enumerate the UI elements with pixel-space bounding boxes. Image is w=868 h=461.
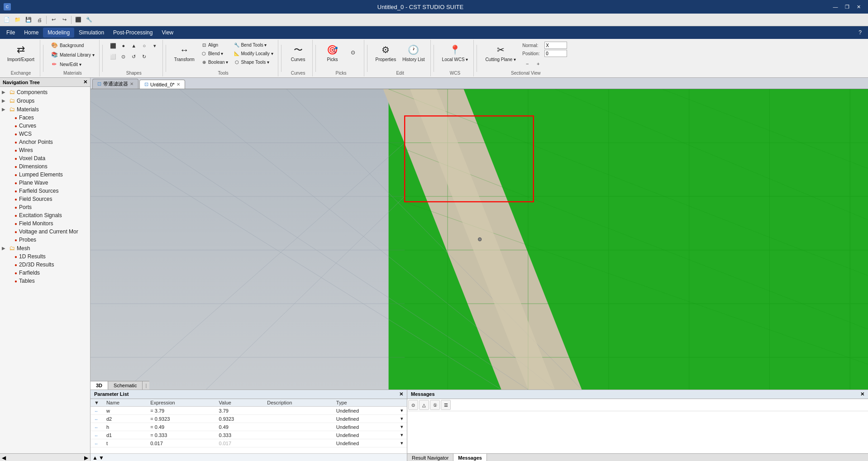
menu-modeling[interactable]: Modeling	[43, 28, 74, 38]
vp-tab-schematic[interactable]: Schematic	[108, 381, 143, 390]
nav-item-wires[interactable]: ● Wires	[0, 146, 90, 154]
row-action-t[interactable]: ▾	[397, 439, 407, 447]
param-row-h[interactable]: ↔ h = 0.49 0.49 Undefined ▾	[91, 423, 407, 431]
new-btn[interactable]: 📄	[2, 15, 12, 25]
extra-btn-1[interactable]: ⬛	[73, 15, 83, 25]
nav-item-1dresults[interactable]: ● 1D Results	[0, 252, 90, 261]
cutting-plane-btn[interactable]: ✂ Cutting Plane ▾	[482, 41, 519, 64]
shape-tools-btn[interactable]: ⬡ Shape Tools ▾	[232, 58, 275, 66]
transform-btn[interactable]: ↔ Transform	[172, 41, 197, 64]
nav-close-icon[interactable]: ✕	[83, 79, 87, 85]
menu-home[interactable]: Home	[19, 28, 43, 38]
param-row-t[interactable]: ↔ t 0.017 0.017 Undefined ▾	[91, 439, 407, 447]
menu-postprocessing[interactable]: Post-Processing	[109, 28, 157, 38]
msg-btn-1[interactable]: ⊙	[408, 400, 418, 410]
nav-item-tables[interactable]: ● Tables	[0, 277, 90, 285]
param-scroll-down[interactable]: ▼	[99, 455, 104, 461]
boolean-btn[interactable]: ⊕ Boolean ▾	[199, 58, 230, 66]
picks-btn[interactable]: 🎯 Picks	[321, 41, 344, 64]
nav-item-farfield[interactable]: ● Farfield Sources	[0, 187, 90, 195]
nav-item-dimensions[interactable]: ● Dimensions	[0, 162, 90, 171]
properties-btn[interactable]: ⚙ Properties	[373, 41, 399, 64]
nav-item-2dresults[interactable]: ● 2D/3D Results	[0, 261, 90, 269]
minimize-btn[interactable]: —	[830, 2, 841, 11]
nav-item-farfields[interactable]: ● Farfields	[0, 269, 90, 277]
shape-extra2-btn[interactable]: ⊙	[119, 52, 129, 62]
scroll-left[interactable]: ◀	[2, 455, 6, 461]
normal-input[interactable]	[544, 42, 567, 49]
tab-close-untitled0[interactable]: ✕	[176, 82, 180, 87]
tab-bandpass[interactable]: ⊡ 带通滤波器 ✕	[92, 79, 138, 89]
nav-item-wcs[interactable]: ● WCS	[0, 130, 90, 138]
nav-item-planewave[interactable]: ● Plane Wave	[0, 179, 90, 187]
param-row-w[interactable]: ↔ w = 3.79 3.79 Undefined ▾	[91, 407, 407, 415]
nav-item-curves[interactable]: ● Curves	[0, 122, 90, 130]
scroll-right[interactable]: ▶	[84, 455, 88, 461]
shape-more-btn[interactable]: ▾	[150, 41, 160, 51]
material-library-btn[interactable]: 📚 Material Library ▾	[49, 50, 96, 59]
background-btn[interactable]: 🎨 Background	[49, 41, 96, 50]
tab-untitled0[interactable]: ⊡ Untitled_0* ✕	[139, 80, 185, 89]
menu-help-icon[interactable]: ?	[854, 28, 866, 38]
viewport[interactable]: Z Y X 3D Schematic |	[91, 89, 868, 390]
menu-simulation[interactable]: Simulation	[74, 28, 109, 38]
nav-item-voxel[interactable]: ● Voxel Data	[0, 154, 90, 162]
shape-cube-btn[interactable]: ⬛	[108, 41, 118, 51]
open-btn[interactable]: 📁	[13, 15, 23, 25]
sectional-plus-btn[interactable]: +	[533, 59, 543, 69]
maximize-btn[interactable]: ❐	[842, 2, 853, 11]
align-btn[interactable]: ⊡ Align	[199, 41, 230, 49]
nav-item-mesh[interactable]: ▶ 🗂 Mesh	[0, 244, 90, 252]
param-list-close[interactable]: ✕	[399, 391, 403, 397]
modify-locally-btn[interactable]: 📐 Modify Locally ▾	[232, 49, 275, 57]
shape-extra4-btn[interactable]: ↻	[139, 52, 149, 62]
msg-btn-2[interactable]: △	[419, 400, 429, 410]
title-bar-controls[interactable]: — ❐ ✕	[830, 2, 864, 11]
redo-btn[interactable]: ↪	[59, 15, 69, 25]
shape-extra1-btn[interactable]: ⬜	[108, 52, 118, 62]
nav-item-groups[interactable]: ▶ 🗂 Groups	[0, 96, 90, 105]
sectional-minus-btn[interactable]: −	[522, 59, 532, 69]
nav-item-probes[interactable]: ● Probes	[0, 236, 90, 244]
msg-btn-4[interactable]: ☰	[441, 400, 451, 410]
vp-tab-3d[interactable]: 3D	[91, 381, 108, 390]
shape-cone-btn[interactable]: ▲	[129, 41, 139, 51]
nav-item-fieldmonitors[interactable]: ● Field Monitors	[0, 219, 90, 228]
row-action-d2[interactable]: ▾	[397, 415, 407, 423]
shape-cyl-btn[interactable]: ○	[139, 41, 149, 51]
local-wcs-btn[interactable]: 📍 Local WCS ▾	[439, 41, 471, 64]
tab-messages[interactable]: Messages	[453, 454, 487, 461]
menu-view[interactable]: View	[157, 28, 178, 38]
new-edit-btn[interactable]: ✏ New/Edit ▾	[49, 60, 96, 69]
shape-sphere-btn[interactable]: ●	[119, 41, 129, 51]
save-btn[interactable]: 💾	[24, 15, 33, 25]
nav-item-faces[interactable]: ● Faces	[0, 114, 90, 122]
nav-item-excitation[interactable]: ● Excitation Signals	[0, 211, 90, 219]
nav-item-fieldsources[interactable]: ● Field Sources	[0, 195, 90, 203]
menu-file[interactable]: File	[2, 28, 19, 38]
blend-btn[interactable]: ⬡ Blend ▾	[199, 49, 230, 57]
param-scroll-up[interactable]: ▲	[92, 455, 98, 461]
shape-extra3-btn[interactable]: ↺	[129, 52, 139, 62]
nav-item-voltage[interactable]: ● Voltage and Current Mor	[0, 228, 90, 236]
nav-item-components[interactable]: ▶ 🗂 Components	[0, 88, 90, 96]
msg-btn-3[interactable]: ①	[430, 400, 440, 410]
close-btn[interactable]: ✕	[854, 2, 864, 11]
param-row-d1[interactable]: ↔ d1 = 0.333 0.333 Undefined ▾	[91, 431, 407, 439]
import-export-btn[interactable]: ⇄ Import/Export	[5, 41, 37, 64]
tab-result-navigator[interactable]: Result Navigator	[407, 454, 453, 461]
print-btn[interactable]: 🖨	[34, 15, 44, 25]
curves-btn[interactable]: 〜 Curves	[287, 41, 310, 64]
position-input[interactable]	[544, 50, 567, 57]
nav-item-ports[interactable]: ● Ports	[0, 203, 90, 211]
undo-btn[interactable]: ↩	[48, 15, 58, 25]
row-action-d1[interactable]: ▾	[397, 431, 407, 439]
nav-item-materials[interactable]: ▶ 🗂 Materials	[0, 105, 90, 114]
tab-close-bandpass[interactable]: ✕	[130, 81, 134, 86]
row-action-h[interactable]: ▾	[397, 423, 407, 431]
messages-close[interactable]: ✕	[860, 391, 864, 397]
picks-extra-btn[interactable]: ⊙	[345, 46, 361, 59]
extra-btn-2[interactable]: 🔧	[84, 15, 94, 25]
nav-item-lumped[interactable]: ● Lumped Elements	[0, 171, 90, 179]
history-list-btn[interactable]: 🕐 History List	[400, 41, 427, 64]
